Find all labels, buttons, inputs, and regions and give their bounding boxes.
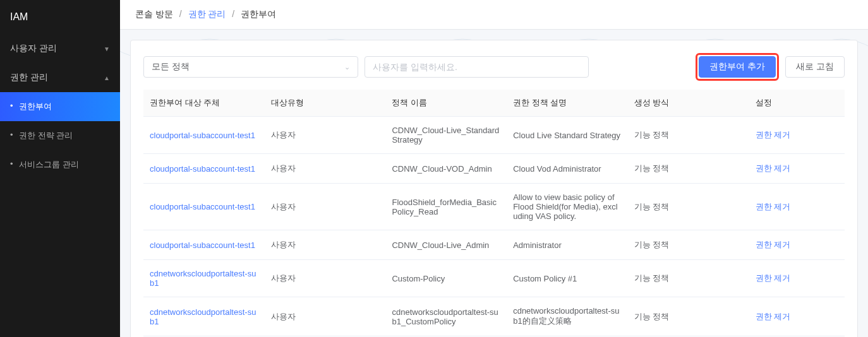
cell-policy-desc: Custom Policy #1 — [507, 260, 628, 297]
subject-link[interactable]: cdnetworkscloudportaltest-sub1 — [150, 269, 256, 288]
subject-link[interactable]: cdnetworkscloudportaltest-sub1 — [150, 307, 256, 326]
sidebar-item-label: 서비스그룹 관리 — [19, 160, 79, 169]
cell-type: 사용자 — [265, 184, 386, 230]
cell-type: 사용자 — [265, 154, 386, 184]
sidebar-title: IAM — [0, 0, 120, 34]
sidebar-item-strategy[interactable]: 권한 전략 관리 — [0, 121, 120, 150]
breadcrumb: 콘솔 방문 / 권한 관리 / 권한부여 — [120, 0, 868, 30]
breadcrumb-item-current: 권한부여 — [241, 9, 276, 19]
table-row: cdnetworkscloudportaltest-sub1사용자cdnetwo… — [143, 297, 845, 336]
table-row: cloudportal-subaccount-test1사용자CDNW_Clou… — [143, 117, 845, 154]
cell-policy-desc: Cloud Live Standard Strategy — [507, 117, 628, 154]
user-search-input[interactable] — [365, 56, 589, 78]
th-method: 생성 방식 — [628, 90, 749, 117]
remove-grant-link[interactable]: 권한 제거 — [756, 202, 791, 211]
grants-table: 권한부여 대상 주체 대상유형 정책 이름 권한 정책 설명 생성 방식 설정 … — [143, 90, 845, 336]
cell-policy-name: CDNW_Cloud-Live_StandardStrategy — [385, 117, 507, 154]
cell-method: 기능 정책 — [628, 154, 749, 184]
th-policy-name: 정책 이름 — [385, 90, 507, 117]
cell-policy-name: CDNW_Cloud-Live_Admin — [385, 230, 507, 260]
policy-select[interactable]: 모든 정책 ⌄ — [143, 56, 358, 78]
cell-type: 사용자 — [265, 230, 386, 260]
sidebar: IAM 사용자 관리 ▼ 권한 관리 ▲ 권한부여 권한 전략 관리 서비스그룹… — [0, 0, 120, 337]
subject-link[interactable]: cloudportal-subaccount-test1 — [150, 202, 255, 211]
breadcrumb-separator: / — [232, 9, 234, 19]
remove-grant-link[interactable]: 권한 제거 — [756, 240, 791, 249]
chevron-down-icon: ⌄ — [344, 63, 350, 71]
sidebar-item-grant[interactable]: 권한부여 — [0, 92, 120, 121]
chevron-down-icon: ▼ — [104, 45, 110, 52]
cell-method: 기능 정책 — [628, 297, 749, 336]
cell-policy-name: cdnetworkscloudportaltest-sub1_CustomPol… — [385, 297, 507, 336]
sidebar-item-servicegroup[interactable]: 서비스그룹 관리 — [0, 150, 120, 179]
sidebar-section-label: 권한 관리 — [10, 72, 48, 83]
cell-policy-name: FloodShield_forMedia_BasicPolicy_Read — [385, 184, 507, 230]
cell-type: 사용자 — [265, 117, 386, 154]
cell-method: 기능 정책 — [628, 184, 749, 230]
table-row: cdnetworkscloudportaltest-sub1사용자Custom-… — [143, 260, 845, 297]
th-policy-desc: 권한 정책 설명 — [507, 90, 628, 117]
remove-grant-link[interactable]: 권한 제거 — [756, 163, 791, 173]
main: 콘솔 방문 / 권한 관리 / 권한부여 모든 정책 ⌄ 권한부여 추가 새로 … — [120, 0, 868, 337]
cell-method: 기능 정책 — [628, 117, 749, 154]
cell-method: 기능 정책 — [628, 260, 749, 297]
subject-link[interactable]: cloudportal-subaccount-test1 — [150, 164, 255, 174]
highlight-box: 권한부여 추가 — [696, 53, 779, 81]
sidebar-section-label: 사용자 관리 — [10, 43, 57, 54]
add-grant-button[interactable]: 권한부여 추가 — [699, 56, 776, 78]
cell-method: 기능 정책 — [628, 230, 749, 260]
toolbar: 모든 정책 ⌄ 권한부여 추가 새로 고침 — [143, 53, 845, 81]
remove-grant-link[interactable]: 권한 제거 — [756, 273, 791, 283]
cell-type: 사용자 — [265, 260, 386, 297]
cell-policy-name: Custom-Policy — [385, 260, 507, 297]
breadcrumb-item[interactable]: 콘솔 방문 — [135, 9, 173, 19]
breadcrumb-separator: / — [179, 9, 182, 19]
sidebar-item-label: 권한부여 — [19, 102, 52, 111]
table-row: cloudportal-subaccount-test1사용자CDNW_Clou… — [143, 154, 845, 184]
cell-policy-desc: cdnetworkscloudportaltest-sub1的自定义策略 — [507, 297, 628, 336]
subject-link[interactable]: cloudportal-subaccount-test1 — [150, 131, 255, 140]
table-body: cloudportal-subaccount-test1사용자CDNW_Clou… — [143, 117, 845, 336]
select-value: 모든 정책 — [152, 61, 190, 73]
card: 모든 정책 ⌄ 권한부여 추가 새로 고침 — [130, 40, 858, 337]
table-row: cloudportal-subaccount-test1사용자FloodShie… — [143, 184, 845, 230]
cell-policy-name: CDNW_Cloud-VOD_Admin — [385, 154, 507, 184]
cell-policy-desc: Administrator — [507, 230, 628, 260]
cell-type: 사용자 — [265, 297, 386, 336]
remove-grant-link[interactable]: 권한 제거 — [756, 312, 791, 321]
subject-link[interactable]: cloudportal-subaccount-test1 — [150, 240, 255, 250]
refresh-button[interactable]: 새로 고침 — [785, 56, 845, 78]
remove-grant-link[interactable]: 권한 제거 — [756, 130, 791, 139]
table-row: cloudportal-subaccount-test1사용자CDNW_Clou… — [143, 230, 845, 260]
sidebar-section-permissions[interactable]: 권한 관리 ▲ — [0, 63, 120, 92]
chevron-up-icon: ▲ — [104, 74, 110, 81]
cell-policy-desc: Cloud Vod Administrator — [507, 154, 628, 184]
sidebar-item-label: 권한 전략 관리 — [19, 131, 73, 140]
th-setting: 설정 — [749, 90, 845, 117]
th-subject: 권한부여 대상 주체 — [143, 90, 265, 117]
th-type: 대상유형 — [265, 90, 386, 117]
cell-policy-desc: Allow to view basic policy of Flood Shie… — [507, 184, 628, 230]
content: 모든 정책 ⌄ 권한부여 추가 새로 고침 — [120, 30, 868, 337]
breadcrumb-item[interactable]: 권한 관리 — [188, 9, 226, 19]
sidebar-section-users[interactable]: 사용자 관리 ▼ — [0, 34, 120, 63]
